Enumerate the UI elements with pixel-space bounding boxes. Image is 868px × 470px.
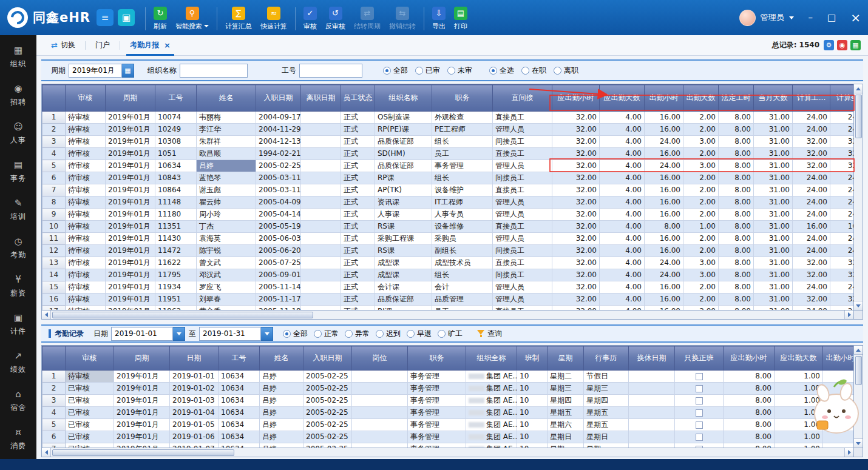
cell[interactable]: 4.00: [600, 245, 645, 257]
column-header[interactable]: 日期: [170, 346, 219, 371]
cell[interactable]: 24.00: [793, 196, 830, 209]
radio-all[interactable]: 全部: [283, 329, 308, 339]
cell[interactable]: 3.00: [683, 257, 719, 269]
audit-button[interactable]: ✓审核: [299, 5, 321, 31]
caret-down-icon[interactable]: [789, 16, 794, 19]
cell[interactable]: 副组长: [432, 245, 493, 257]
cell[interactable]: 31.00: [754, 257, 793, 269]
cell[interactable]: 8.00: [719, 245, 754, 257]
radio-active[interactable]: 在职: [521, 65, 546, 76]
cell[interactable]: 管理人员: [493, 233, 552, 245]
cell[interactable]: 2005-11-17: [256, 294, 301, 306]
cell[interactable]: 正式: [341, 112, 375, 124]
cell[interactable]: 设备维修: [432, 221, 493, 233]
cell[interactable]: [301, 172, 341, 184]
cell[interactable]: 24.00: [830, 306, 855, 311]
bottom-hscroll-thumb[interactable]: [52, 449, 234, 456]
cell[interactable]: 24.00: [830, 233, 855, 245]
cell[interactable]: [629, 383, 675, 395]
cell[interactable]: 10: [517, 419, 548, 431]
cell[interactable]: 4.00: [600, 281, 645, 294]
cell[interactable]: 已审核: [66, 407, 114, 419]
cell[interactable]: 直接员工: [493, 306, 552, 311]
cell[interactable]: 32.00: [552, 257, 600, 269]
cell[interactable]: 已审核: [66, 383, 114, 395]
row-number[interactable]: 1: [42, 112, 66, 124]
cell[interactable]: [629, 419, 675, 431]
cell[interactable]: 24.00: [830, 245, 855, 257]
column-header[interactable]: 行事历: [584, 346, 629, 371]
checkbox-unchecked[interactable]: [696, 373, 703, 380]
cell[interactable]: 2005-11-14: [256, 281, 301, 294]
column-header[interactable]: 班制: [517, 346, 548, 371]
cell[interactable]: 已审核: [66, 419, 114, 431]
cell[interactable]: [823, 395, 855, 407]
cell[interactable]: [675, 383, 724, 395]
cell[interactable]: 10634: [219, 383, 260, 395]
cell[interactable]: RI课: [375, 306, 432, 311]
cell[interactable]: [301, 233, 341, 245]
sidebar-item-consumption[interactable]: ¤消费: [0, 420, 36, 458]
row-number[interactable]: 16: [42, 294, 66, 306]
cell[interactable]: 袁海英: [197, 233, 256, 245]
cell[interactable]: 员工: [432, 306, 493, 311]
cell[interactable]: 4.00: [600, 136, 645, 148]
cell[interactable]: 2005-02-25: [303, 443, 352, 449]
sidebar-item-payroll[interactable]: ¥薪资: [0, 267, 36, 305]
column-header[interactable]: 计算全...: [830, 85, 855, 112]
cell[interactable]: 集团 AE..: [466, 419, 517, 431]
cell[interactable]: 蓝艳琴: [197, 172, 256, 184]
main-vscroll-thumb[interactable]: [855, 95, 862, 138]
cell[interactable]: 1051: [155, 148, 197, 160]
column-header[interactable]: 出勤天数: [683, 85, 719, 112]
row-number[interactable]: 6: [42, 172, 66, 184]
empno-input[interactable]: [299, 64, 362, 78]
bottom-vscroll[interactable]: [854, 345, 863, 448]
cell[interactable]: 24.00: [793, 112, 830, 124]
undo-carryover-button[interactable]: ⇆撤销结转: [385, 5, 420, 31]
cell[interactable]: 2005-02-25: [303, 371, 352, 383]
cell[interactable]: 32.00: [552, 196, 600, 209]
column-header[interactable]: 计算工...: [793, 85, 830, 112]
cell[interactable]: 待审核: [66, 257, 106, 269]
cell[interactable]: IT工程师: [432, 196, 493, 209]
cell[interactable]: 24.00: [830, 124, 855, 136]
cell[interactable]: [301, 221, 341, 233]
cell[interactable]: 成型课: [375, 269, 432, 281]
cell[interactable]: 集团 AE..: [466, 371, 517, 383]
row-number[interactable]: 13: [42, 257, 66, 269]
cell[interactable]: 待审核: [66, 196, 106, 209]
scroll-right-icon[interactable]: [844, 311, 853, 319]
cell[interactable]: 32.00: [552, 269, 600, 281]
cell[interactable]: 32.00: [552, 245, 600, 257]
cell[interactable]: 正式: [341, 269, 375, 281]
sidebar-item-affairs[interactable]: ▤事务: [0, 152, 36, 190]
cell[interactable]: 2.00: [683, 306, 719, 311]
cell[interactable]: 24.00: [645, 136, 683, 148]
cell[interactable]: [352, 407, 408, 419]
cell[interactable]: 32.00: [552, 281, 600, 294]
cell[interactable]: 事务管理: [408, 431, 466, 443]
column-header[interactable]: 姓名: [260, 346, 303, 371]
cell[interactable]: 10634: [219, 443, 260, 449]
period-input[interactable]: 2019年01月: [69, 64, 122, 78]
cell[interactable]: [352, 431, 408, 443]
cell[interactable]: 32.00: [552, 233, 600, 245]
cell[interactable]: 8.00: [724, 431, 775, 443]
cell[interactable]: 16.00: [645, 294, 683, 306]
cell[interactable]: 24.00: [830, 184, 855, 196]
cell[interactable]: 1.00: [775, 395, 823, 407]
cell[interactable]: 2019年01月: [106, 257, 155, 269]
cell[interactable]: 24.00: [645, 257, 683, 269]
cell[interactable]: [301, 245, 341, 257]
radio-late[interactable]: 迟到: [376, 329, 401, 339]
date-to-input[interactable]: 2019-01-31: [199, 327, 261, 341]
row-number[interactable]: 7: [42, 184, 66, 196]
cell[interactable]: 2005-06-03: [256, 233, 301, 245]
cell[interactable]: 16.00: [645, 209, 683, 221]
cell[interactable]: 32.00: [793, 148, 830, 160]
cell[interactable]: 组长: [432, 136, 493, 148]
user-name[interactable]: 管理员: [761, 12, 784, 23]
cell[interactable]: 吕婷: [260, 395, 303, 407]
cell[interactable]: 星期五: [584, 419, 629, 431]
